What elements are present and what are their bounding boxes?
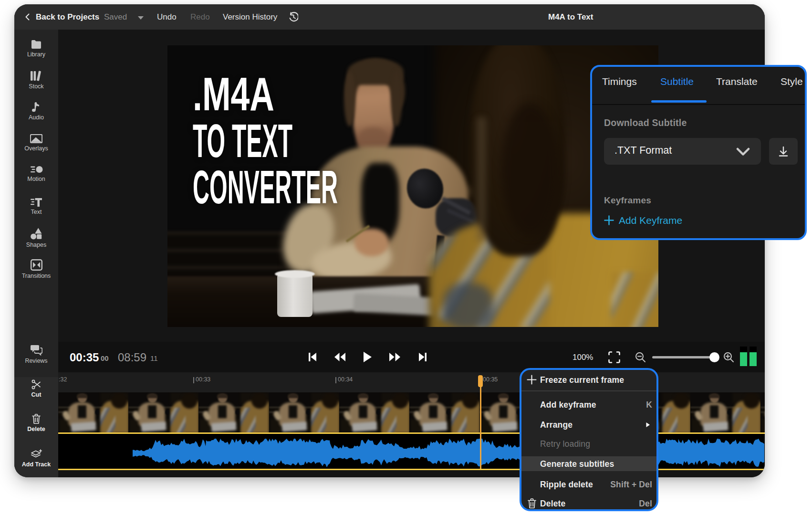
- svg-text:TO TEXT: TO TEXT: [193, 114, 292, 167]
- svg-text:CONVERTER: CONVERTER: [193, 160, 338, 213]
- svg-text:.M4A: .M4A: [193, 67, 274, 120]
